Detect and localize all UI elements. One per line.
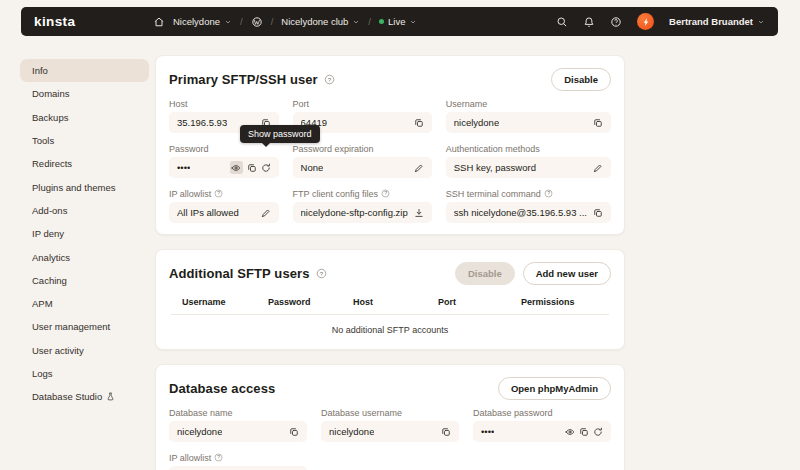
svg-text:?: ? [218,454,221,460]
topbar-actions: Bertrand Bruandet [556,13,765,30]
copy-icon[interactable] [414,118,424,128]
search-icon[interactable] [556,16,568,28]
main-content: Show password Primary SFTP/SSH user ? Di… [155,55,625,470]
flask-icon [106,392,115,401]
company-dropdown[interactable]: Nicelydone [173,16,232,27]
sidebar-item-backups[interactable]: Backups [20,106,149,129]
regenerate-icon[interactable] [593,427,603,437]
password-expiration-field: Password expiration None [293,143,432,178]
additional-sftp-card: Additional SFTP users ? Disable Add new … [155,249,625,350]
username-field: Username nicelydone [446,98,611,133]
sidebar-item-caching[interactable]: Caching [20,269,149,292]
download-icon[interactable] [414,208,424,218]
help-icon[interactable] [610,16,622,28]
column-header: Password [268,297,353,307]
copy-icon[interactable] [247,163,257,173]
sidebar-item-info[interactable]: Info [20,59,149,82]
wordpress-icon[interactable] [251,16,263,28]
database-username-field: Database username nicelydone [321,407,459,442]
column-header: Port [438,297,521,307]
svg-text:?: ? [384,190,387,196]
bolt-icon [641,17,651,27]
show-password-eye-icon[interactable] [565,427,575,437]
site-sidebar: Info Domains Backups Tools Redirects Plu… [20,59,149,408]
show-password-eye-icon[interactable] [230,161,243,174]
column-header: Username [182,297,268,307]
ftp-config-files-field: FTP client config files ? nicelydone-sft… [293,188,432,223]
breadcrumb: Nicelydone / / Nicelydone club / Live [153,16,417,28]
user-name: Bertrand Bruandet [669,16,753,27]
sftp-users-table-header: Username Password Host Port Permissions [169,292,611,312]
sidebar-item-logs[interactable]: Logs [20,362,149,385]
primary-sftp-card: Show password Primary SFTP/SSH user ? Di… [155,55,625,235]
chevron-down-icon [757,18,765,26]
password-field: Password •••• [169,143,279,178]
sidebar-item-user-management[interactable]: User management [20,315,149,338]
breadcrumb-separator: / [368,16,371,27]
sidebar-item-plugins-themes[interactable]: Plugins and themes [20,175,149,198]
svg-text:?: ? [218,190,221,196]
help-circle-icon[interactable]: ? [316,268,327,279]
sidebar-item-redirects[interactable]: Redirects [20,152,149,175]
top-navbar: kinsta Nicelydone / / Nicelydone club / … [21,7,778,36]
site-dropdown[interactable]: Nicelydone club [281,16,360,27]
breadcrumb-separator: / [271,16,274,27]
chevron-down-icon [352,18,360,26]
sidebar-item-addons[interactable]: Add-ons [20,199,149,222]
disable-primary-sftp-button[interactable]: Disable [551,68,611,91]
help-circle-icon[interactable]: ? [214,189,223,198]
environment-name: Live [388,16,405,27]
home-icon[interactable] [153,16,165,28]
primary-sftp-title: Primary SFTP/SSH user [169,72,318,87]
svg-text:?: ? [319,269,323,276]
database-name-field: Database name nicelydone [169,407,307,442]
user-avatar[interactable] [637,13,654,30]
sidebar-item-domains[interactable]: Domains [20,82,149,105]
svg-text:?: ? [328,75,332,82]
database-access-card: Database access Open phpMyAdmin Database… [155,364,625,470]
copy-icon[interactable] [593,208,603,218]
copy-icon[interactable] [289,427,299,437]
disable-additional-sftp-button: Disable [455,262,515,285]
database-access-title: Database access [169,381,275,396]
sidebar-item-analytics[interactable]: Analytics [20,245,149,268]
show-password-tooltip: Show password [240,125,320,143]
company-name: Nicelydone [173,16,220,27]
environment-dropdown[interactable]: Live [379,16,417,27]
sidebar-item-apm[interactable]: APM [20,292,149,315]
sidebar-item-tools[interactable]: Tools [20,129,149,152]
open-phpmyadmin-button[interactable]: Open phpMyAdmin [498,377,611,400]
copy-icon[interactable] [593,118,603,128]
ssh-command-field: SSH terminal command ? ssh nicelydone@35… [446,188,611,223]
edit-pencil-icon[interactable] [414,163,424,173]
ip-allowlist-field: IP allowlist ? All IPs allowed [169,188,279,223]
sidebar-item-user-activity[interactable]: User activity [20,339,149,362]
svg-text:?: ? [547,190,550,196]
auth-methods-field: Authentication methods SSH key, password [446,143,611,178]
edit-pencil-icon[interactable] [261,208,271,218]
additional-sftp-title: Additional SFTP users [169,266,310,281]
add-new-user-button[interactable]: Add new user [523,262,611,285]
help-circle-icon[interactable]: ? [544,189,553,198]
column-header: Host [353,297,438,307]
user-menu[interactable]: Bertrand Bruandet [669,16,765,27]
help-circle-icon[interactable]: ? [381,189,390,198]
edit-pencil-icon[interactable] [593,163,603,173]
column-header: Permissions [521,297,611,307]
regenerate-icon[interactable] [261,163,271,173]
breadcrumb-separator: / [240,16,243,27]
sidebar-item-ip-deny[interactable]: IP deny [20,222,149,245]
database-password-field: Database password •••• [473,407,611,442]
sidebar-item-database-studio[interactable]: Database Studio [20,385,149,408]
chevron-down-icon [409,18,417,26]
database-ip-allowlist-field: IP allowlist ? All IPs allowed [169,452,307,470]
copy-icon[interactable] [579,427,589,437]
help-circle-icon[interactable]: ? [324,74,335,85]
live-status-dot [379,19,384,24]
copy-icon[interactable] [441,427,451,437]
chevron-down-icon [224,18,232,26]
empty-table-message: No additional SFTP accounts [169,315,611,338]
kinsta-logo[interactable]: kinsta [34,14,75,29]
notifications-bell-icon[interactable] [583,16,595,28]
help-circle-icon[interactable]: ? [214,453,223,462]
